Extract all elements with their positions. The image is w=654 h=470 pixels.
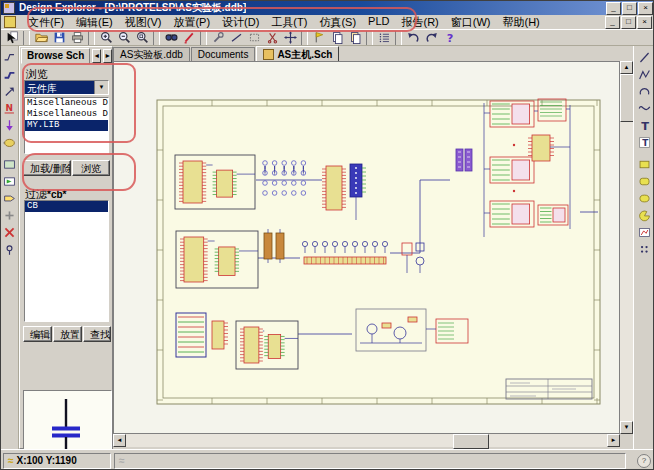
bus-button[interactable] [2, 66, 18, 82]
close-button[interactable]: × [638, 2, 653, 15]
menu-item-11[interactable]: 帮助(H) [496, 15, 545, 30]
menu-item-2[interactable]: 编辑(E) [70, 15, 119, 30]
minimize-button[interactable]: _ [606, 2, 621, 15]
browse-library-button[interactable]: 浏览 [72, 160, 110, 176]
library-item-2[interactable]: Miscellaneous De [25, 109, 108, 120]
find-button[interactable] [162, 30, 180, 45]
edit-component-button[interactable]: 编辑 [23, 326, 52, 342]
vertical-scrollbar[interactable]: ▲ ▼ [620, 61, 633, 434]
net-label-button[interactable]: N [2, 100, 18, 116]
dropdown-value: 元件库 [25, 81, 94, 94]
menu-item-4[interactable]: 放置(P) [167, 15, 216, 30]
scroll-up-icon[interactable]: ▲ [620, 61, 633, 74]
document-tab-3[interactable]: AS主机.Sch [256, 46, 339, 61]
list-button[interactable] [375, 30, 393, 45]
power-port-button[interactable] [2, 117, 18, 133]
rectangle-icon [638, 158, 651, 171]
menu-item-5[interactable]: 设计(D) [216, 15, 265, 30]
find-component-button[interactable]: 查找 [83, 326, 111, 342]
menu-item-10[interactable]: 窗口(W) [445, 15, 497, 30]
documents-alt-button[interactable] [346, 30, 364, 45]
wire-button[interactable] [2, 49, 18, 65]
chevron-down-icon[interactable]: ▼ [94, 81, 108, 94]
library-item-1[interactable]: Miscellaneous De [25, 98, 108, 109]
doc-restore-button[interactable]: □ [621, 16, 636, 29]
zoom-out-button[interactable] [115, 30, 133, 45]
status-help-icon[interactable]: ? [637, 454, 651, 468]
scroll-down-icon[interactable]: ▼ [620, 421, 633, 434]
library-item-3[interactable]: MY.LIB [25, 120, 108, 131]
print-button[interactable] [68, 30, 86, 45]
annotate-button[interactable] [180, 30, 198, 45]
polyline-button[interactable] [637, 66, 653, 82]
port-button[interactable] [2, 190, 18, 206]
move-button[interactable] [281, 30, 299, 45]
menu-item-7[interactable]: 仿真(S) [313, 15, 362, 30]
sheet-symbol-button[interactable] [2, 156, 18, 172]
text-frame-button[interactable]: T [637, 134, 653, 150]
svg-text:N: N [5, 102, 12, 112]
svg-text:T: T [642, 137, 649, 147]
tab-browse-sch[interactable]: Browse Sch [21, 48, 90, 64]
pie-button[interactable] [637, 207, 653, 223]
help-button[interactable]: ? [440, 30, 458, 45]
filter-value[interactable]: *cb* [47, 189, 66, 200]
menu-item-6[interactable]: 工具(T) [265, 15, 313, 30]
component-item-1[interactable]: CB [25, 201, 108, 212]
scroll-left-icon[interactable]: ◄ [113, 434, 126, 447]
ellipse-button[interactable] [637, 190, 653, 206]
menu-item-8[interactable]: PLD [362, 15, 395, 30]
panel-tab-left-arrow[interactable]: ◄ [92, 49, 101, 63]
document-tab-2[interactable]: Documents [191, 47, 256, 61]
array-button[interactable] [637, 241, 653, 257]
wrench-button[interactable] [209, 30, 227, 45]
save-button[interactable] [50, 30, 68, 45]
rect-select-button[interactable] [245, 30, 263, 45]
menu-item-3[interactable]: 视图(V) [119, 15, 168, 30]
select-button[interactable] [3, 30, 21, 45]
find-icon [165, 31, 178, 44]
text-button[interactable]: T [637, 117, 653, 133]
document-icon[interactable] [4, 16, 16, 28]
panel-tab-right-arrow[interactable]: ► [103, 49, 112, 63]
menu-item-1[interactable]: 文件(F) [22, 15, 70, 30]
directive-button[interactable] [2, 241, 18, 257]
component-list[interactable]: CB [24, 200, 109, 322]
junction-button[interactable] [2, 207, 18, 223]
probe-button[interactable] [2, 83, 18, 99]
browse-type-dropdown[interactable]: 元件库 ▼ [24, 80, 109, 95]
doc-close-button[interactable]: × [637, 16, 652, 29]
redo-button[interactable] [422, 30, 440, 45]
doc-minimize-button[interactable]: _ [605, 16, 620, 29]
no-erc-button[interactable] [2, 224, 18, 240]
document-tab-1[interactable]: AS实验板.ddb [113, 47, 190, 61]
zoom-sheet-button[interactable] [133, 30, 151, 45]
cut-button[interactable] [263, 30, 281, 45]
line-tool-button[interactable] [637, 49, 653, 65]
line-button[interactable] [227, 30, 245, 45]
library-list[interactable]: Miscellaneous DeMiscellaneous DeMY.LIB [24, 97, 109, 154]
arc-button[interactable] [637, 83, 653, 99]
directive-icon [3, 243, 16, 256]
place-component-button[interactable]: 放置 [53, 326, 82, 342]
sheet-entry-button[interactable] [2, 173, 18, 189]
schematic-canvas[interactable] [113, 61, 620, 434]
document-tab-label: Documents [198, 48, 249, 61]
zoom-in-button[interactable] [97, 30, 115, 45]
menu-item-9[interactable]: 报告(R) [395, 15, 444, 30]
rectangle-button[interactable] [637, 156, 653, 172]
undo-button[interactable] [404, 30, 422, 45]
part-button[interactable] [2, 134, 18, 150]
add-remove-library-button[interactable]: 加载/删除 [23, 160, 71, 176]
graph-button[interactable] [637, 224, 653, 240]
annotate-icon [183, 31, 196, 44]
horizontal-scrollbar[interactable]: ◄ ► [113, 434, 620, 447]
scroll-right-icon[interactable]: ► [607, 434, 620, 447]
round-rect-button[interactable] [637, 173, 653, 189]
documents-button[interactable] [328, 30, 346, 45]
open-button[interactable] [32, 30, 50, 45]
flag-button[interactable] [310, 30, 328, 45]
maximize-button[interactable]: □ [622, 2, 637, 15]
curve-button[interactable] [637, 100, 653, 116]
horizontal-scroll-thumb[interactable] [453, 434, 489, 449]
